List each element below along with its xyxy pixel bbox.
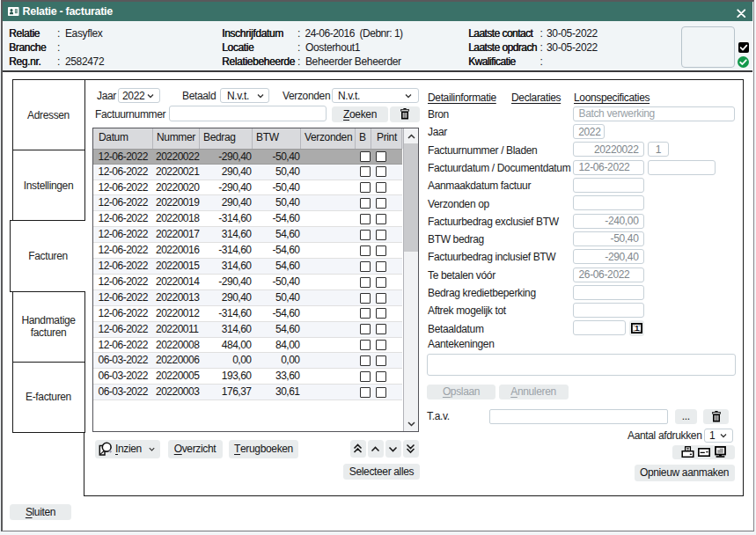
svg-text:1: 1 xyxy=(635,324,639,333)
